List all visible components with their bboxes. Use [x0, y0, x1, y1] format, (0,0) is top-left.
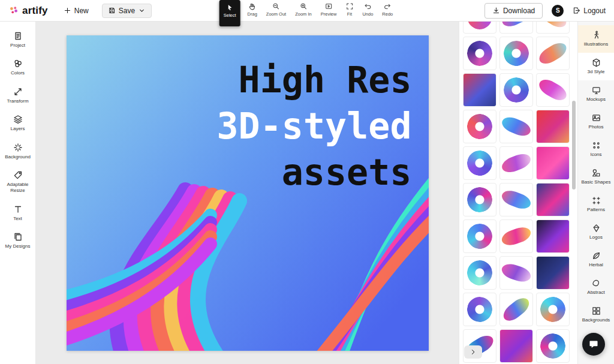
- asset-thumbnail[interactable]: [463, 256, 496, 290]
- asset-graphic: [501, 75, 531, 104]
- save-icon: [108, 7, 116, 14]
- download-icon: [492, 7, 500, 14]
- asset-graphic: [536, 76, 569, 104]
- download-button-label: Download: [503, 7, 535, 15]
- category-item-photos[interactable]: Photos: [578, 108, 614, 136]
- canvas-text-line: High Res: [216, 57, 411, 103]
- tool-undo[interactable]: Undo: [360, 0, 375, 17]
- asset-graphic: [465, 294, 495, 324]
- avatar[interactable]: S: [552, 5, 564, 17]
- asset-thumbnail[interactable]: [536, 73, 570, 107]
- sidebar-item-text[interactable]: Text: [1, 201, 35, 225]
- illustrations-icon: [592, 31, 601, 40]
- sidebar-item-project[interactable]: Project: [1, 28, 35, 52]
- asset-thumbnail[interactable]: [463, 293, 496, 326]
- category-item-abstract[interactable]: Abstract: [578, 273, 614, 301]
- asset-thumbnail[interactable]: [499, 183, 533, 216]
- plus-icon: [64, 7, 71, 14]
- asset-thumbnail[interactable]: [463, 37, 496, 70]
- sidebar-item-background[interactable]: Background: [1, 139, 35, 164]
- tool-fit[interactable]: Fit: [344, 0, 355, 17]
- icons-icon: [592, 141, 601, 150]
- asset-thumbnail[interactable]: [536, 22, 570, 34]
- asset-thumbnail[interactable]: [536, 256, 570, 290]
- tool-zoom-in[interactable]: Zoom In: [293, 0, 314, 17]
- asset-thumbnail[interactable]: [499, 256, 533, 290]
- tool-drag[interactable]: Drag: [246, 0, 259, 17]
- logout-button[interactable]: Logout: [573, 7, 606, 15]
- asset-thumbnail[interactable]: [463, 73, 496, 107]
- category-item-icons[interactable]: Icons: [578, 136, 614, 163]
- tool-redo[interactable]: Redo: [380, 0, 395, 17]
- tool-zoom-out[interactable]: Zoom Out: [264, 0, 288, 17]
- asset-thumbnail[interactable]: [536, 293, 570, 326]
- category-item-logos[interactable]: Logos: [578, 218, 614, 246]
- tool-select[interactable]: Select: [219, 0, 240, 26]
- asset-thumbnail[interactable]: [536, 329, 570, 363]
- asset-graphic: [500, 329, 532, 363]
- asset-thumbnail[interactable]: [499, 110, 533, 143]
- asset-thumbnail[interactable]: [536, 219, 570, 253]
- tool-preview[interactable]: Preview: [319, 0, 339, 17]
- mockups-icon: [592, 86, 601, 95]
- sidebar-item-label: Text: [13, 216, 22, 222]
- asset-graphic: [463, 219, 496, 253]
- asset-graphic: [500, 261, 533, 284]
- save-button[interactable]: Save: [102, 4, 152, 18]
- logout-icon: [573, 7, 580, 14]
- asset-thumbnail[interactable]: [463, 219, 496, 253]
- select-icon: [226, 4, 234, 11]
- asset-thumbnail[interactable]: [463, 146, 496, 180]
- download-button[interactable]: Download: [484, 3, 543, 19]
- asset-thumbnail[interactable]: [536, 37, 570, 70]
- category-item-backgrounds[interactable]: Backgrounds: [578, 301, 614, 329]
- asset-graphic: [499, 115, 532, 139]
- redo-icon: [384, 2, 392, 10]
- canvas-text-line: 3D-styled: [216, 103, 411, 149]
- asset-thumbnail[interactable]: [536, 183, 570, 216]
- category-item-illustrations[interactable]: Illustrations: [578, 25, 614, 53]
- category-item-3d-style[interactable]: 3d Style: [578, 53, 614, 80]
- category-item-label: Backgrounds: [582, 317, 610, 323]
- sidebar-item-label: Adaptable Resize: [2, 182, 34, 194]
- asset-graphic: [463, 256, 496, 290]
- asset-thumbnail[interactable]: [499, 293, 533, 326]
- asset-thumbnail[interactable]: [499, 37, 533, 70]
- artboard[interactable]: High Res3D-styledassets: [67, 35, 429, 351]
- asset-thumbnail[interactable]: [463, 22, 496, 34]
- asset-graphic: [537, 183, 569, 216]
- new-button[interactable]: New: [64, 7, 89, 15]
- chat-button[interactable]: [582, 333, 605, 356]
- sidebar-item-my-designs[interactable]: My Designs: [1, 228, 35, 253]
- artify-logo[interactable]: artify: [8, 5, 48, 17]
- asset-thumbnail[interactable]: [536, 110, 570, 143]
- panel-scrollbar[interactable]: [572, 101, 576, 189]
- asset-thumbnail[interactable]: [463, 183, 496, 216]
- canvas-area: High Res3D-styledassets: [36, 22, 459, 364]
- asset-thumbnail[interactable]: [499, 73, 533, 107]
- asset-thumbnail[interactable]: [499, 329, 533, 363]
- chat-icon: [588, 339, 599, 350]
- topbar: artify New Save SelectDragZoom OutZoom I…: [0, 0, 614, 22]
- sidebar-item-transform[interactable]: Transform: [1, 83, 35, 108]
- panel-expand-button[interactable]: [464, 345, 482, 359]
- category-item-mockups[interactable]: Mockups: [578, 80, 614, 108]
- herbal-icon: [592, 251, 601, 260]
- asset-thumbnail[interactable]: [499, 22, 533, 34]
- category-item-patterns[interactable]: Patterns: [578, 191, 614, 218]
- category-item-basic-shapes[interactable]: Basic Shapes: [578, 163, 614, 191]
- asset-thumbnail[interactable]: [463, 110, 496, 143]
- category-item-herbal[interactable]: Herbal: [578, 246, 614, 273]
- asset-thumbnail[interactable]: [536, 146, 570, 180]
- sidebar-item-colors[interactable]: Colors: [1, 55, 35, 80]
- sidebar-item-layers[interactable]: Layers: [1, 111, 35, 136]
- asset-thumbnail[interactable]: [499, 146, 533, 180]
- asset-graphic: [464, 184, 495, 215]
- sidebar-item-adaptable-resize[interactable]: Adaptable Resize: [1, 167, 35, 198]
- asset-graphic: [499, 225, 532, 248]
- tool-label: Zoom In: [295, 11, 312, 17]
- asset-thumbnail[interactable]: [499, 219, 533, 253]
- asset-graphic: [467, 22, 492, 29]
- zoom-out-icon: [272, 2, 280, 10]
- chevron-down-icon: [138, 7, 146, 14]
